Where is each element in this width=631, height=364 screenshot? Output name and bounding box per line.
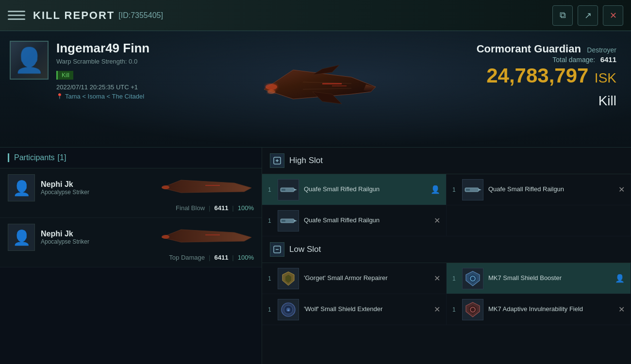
participant-details: Nephi Jk Apocalypse Striker [41, 180, 157, 196]
slots-panel: High Slot 1 Quafe Small Rifled Railgun 👤 [262, 148, 631, 364]
participant-top: 👤 Nephi Jk Apocalypse Striker [8, 174, 254, 201]
pilot-section: Ingemar49 Finn Warp Scramble Strength: 0… [0, 31, 159, 147]
slot-image [278, 210, 299, 232]
slot-item[interactable]: 1 'Gorget' Small Armor Repairer ✕ [262, 263, 447, 294]
svg-point-11 [162, 185, 169, 189]
report-id: [ID:7355405] [118, 11, 163, 20]
ship-svg [254, 55, 381, 123]
slot-person-icon[interactable]: 👤 [431, 185, 440, 194]
ship-class: Destroyer [587, 46, 616, 54]
slot-name: MK7 Adaptive Invulnerability Field [488, 305, 614, 314]
kill-badge: Kill [56, 71, 73, 80]
slot-name: 'Wolf' Small Shield Extender [304, 305, 430, 314]
copy-button[interactable]: ⧉ [552, 5, 573, 26]
svg-rect-12 [205, 185, 220, 186]
slot-qty: 1 [452, 306, 458, 313]
low-slot-label: Low Slot [289, 245, 321, 254]
low-slot-header: Low Slot [262, 236, 631, 263]
pilot-info: Ingemar49 Finn Warp Scramble Strength: 0… [56, 41, 149, 100]
slot-name: MK7 Small Shield Booster [488, 274, 611, 282]
slot-item[interactable]: 1 Quafe Small Rifled Railgun ✕ [447, 174, 631, 205]
participant-name[interactable]: Nephi Jk [41, 230, 157, 238]
total-damage-label: Total damage: [552, 56, 595, 64]
export-button[interactable]: ↗ [578, 5, 598, 26]
slot-close-icon[interactable]: ✕ [434, 305, 440, 314]
svg-marker-13 [162, 230, 251, 242]
slot-name: Quafe Small Rifled Railgun [304, 216, 430, 225]
slot-item[interactable]: 1 MK7 Small Shield Booster 👤 [447, 263, 631, 294]
svg-point-14 [162, 235, 169, 239]
participant-stats: Top Damage | 6411 | 100% [8, 254, 254, 261]
slot-close-icon[interactable]: ✕ [434, 274, 440, 283]
svg-marker-26 [294, 220, 297, 222]
ship-visual [252, 53, 383, 126]
svg-rect-15 [205, 234, 220, 235]
slot-item[interactable]: 1 Quafe Small Rifled Railgun ✕ [262, 205, 447, 236]
participant-ship-preview [157, 224, 254, 251]
total-damage-line: Total damage: 6411 [476, 55, 616, 64]
high-slots-grid: 1 Quafe Small Rifled Railgun 👤 1 [262, 174, 631, 236]
svg-point-3 [266, 84, 277, 90]
slot-close-icon[interactable]: ✕ [618, 305, 625, 314]
svg-rect-9 [332, 85, 347, 86]
slot-qty: 1 [268, 186, 274, 193]
participant-name[interactable]: Nephi Jk [41, 180, 73, 189]
svg-rect-21 [282, 189, 285, 191]
high-slot-header: High Slot [262, 148, 631, 174]
slot-close-icon[interactable]: ✕ [434, 216, 440, 225]
avatar [10, 41, 49, 80]
header: KILL REPORT [ID:7355405] ⧉ ↗ ✕ [0, 0, 631, 31]
ship-section [159, 31, 476, 147]
slot-item[interactable]: 1 MK7 Adaptive Invulnerability Field ✕ [447, 294, 631, 325]
slot-qty: 1 [268, 217, 274, 224]
participant-card: 👤 Nephi Jk Apocalypse Striker Top Damage… [0, 218, 262, 267]
avatar-icon: 👤 [13, 229, 31, 246]
slot-name: Quafe Small Rifled Railgun [304, 185, 427, 194]
avatar-image [11, 42, 48, 79]
participant-corp: Apocalypse Striker [41, 189, 157, 196]
damage-pct: 100% [238, 254, 254, 261]
high-slot-label: High Slot [289, 156, 323, 165]
participant-card: 👤 Nephi Jk Apocalypse Striker [0, 168, 262, 218]
slot-item[interactable]: 1 Quafe Small Rifled Railgun 👤 [262, 174, 447, 205]
low-slot-icon [270, 242, 284, 257]
slot-image [462, 179, 483, 200]
participant-top: 👤 Nephi Jk Apocalypse Striker [8, 224, 254, 251]
participant-avatar: 👤 [8, 174, 35, 201]
participant-details: Nephi Jk Apocalypse Striker [41, 230, 157, 245]
ship-type-name: Cormorant Guardian [477, 43, 581, 55]
slot-close-icon[interactable]: ✕ [618, 185, 625, 194]
slot-image [278, 268, 299, 289]
slot-person-icon[interactable]: 👤 [615, 274, 625, 283]
slot-name: 'Gorget' Small Armor Repairer [304, 274, 430, 282]
bottom-section: Participants [1] 👤 Nephi Jk Apocalypse S… [0, 148, 631, 364]
participant-corp: Apocalypse Striker [41, 238, 157, 245]
blow-label: Top Damage [169, 254, 205, 261]
close-button[interactable]: ✕ [603, 5, 623, 26]
slot-image [462, 299, 483, 320]
participants-label: Participants [14, 153, 55, 162]
ship-name-line: Cormorant Guardian Destroyer [476, 43, 616, 55]
svg-rect-24 [466, 189, 470, 191]
slot-item[interactable]: 1 + 'Wolf' Small Shield Extender ✕ [262, 294, 447, 325]
total-damage-value: 6411 [600, 55, 616, 64]
slot-qty: 1 [268, 275, 274, 282]
participants-count: [1] [58, 153, 66, 162]
menu-icon[interactable] [8, 7, 25, 24]
damage-pct: 100% [238, 204, 254, 212]
top-panel: Ingemar49 Finn Warp Scramble Strength: 0… [0, 31, 631, 148]
damage-value: 6411 [214, 254, 228, 261]
slot-name: Quafe Small Rifled Railgun [488, 185, 614, 194]
warp-scramble: Warp Scramble Strength: 0.0 [56, 58, 149, 65]
svg-marker-20 [294, 189, 297, 191]
slot-qty: 1 [268, 306, 274, 313]
svg-point-4 [267, 90, 275, 94]
high-slot-icon [270, 153, 284, 168]
participants-header: Participants [1] [0, 148, 262, 168]
stats-section: Cormorant Guardian Destroyer Total damag… [476, 31, 631, 147]
svg-marker-10 [162, 180, 251, 193]
svg-rect-8 [322, 83, 342, 84]
low-slots-grid: 1 'Gorget' Small Armor Repairer ✕ 1 [262, 263, 631, 325]
pilot-name: Ingemar49 Finn [56, 41, 149, 56]
svg-rect-27 [282, 220, 285, 222]
